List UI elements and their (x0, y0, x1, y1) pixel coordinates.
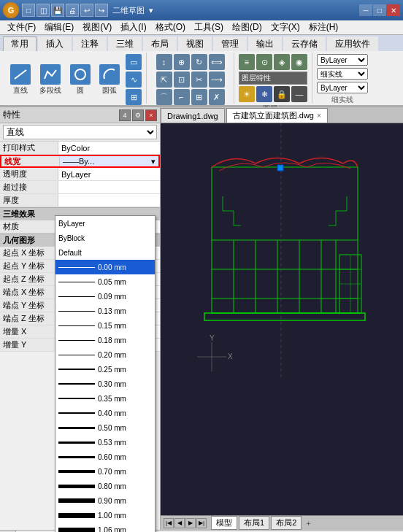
lw-018[interactable]: 0.18 mm (55, 333, 155, 347)
model-tab-model[interactable]: 模型 (211, 516, 237, 530)
lw-053[interactable]: 0.53 mm (55, 435, 155, 450)
new-icon[interactable]: □ (22, 4, 35, 17)
lw-025[interactable]: 0.25 mm (55, 362, 155, 377)
array-icon[interactable]: ⊞ (191, 89, 207, 105)
lw-090[interactable]: 0.90 mm (55, 493, 155, 508)
ribbon-poly-btn[interactable]: 多段线 (37, 63, 64, 97)
nav-prev[interactable]: ◀ (174, 518, 185, 528)
lw-030[interactable]: 0.30 mm (55, 377, 155, 391)
props-val-overlap[interactable] (58, 181, 160, 193)
props-val-thickness[interactable] (58, 194, 160, 207)
lw-106[interactable]: 1.06 mm (55, 523, 155, 532)
lw-035[interactable]: 0.35 mm (55, 391, 155, 406)
spline-icon[interactable]: ∿ (126, 72, 142, 88)
lw-050[interactable]: 0.50 mm (55, 420, 155, 435)
undo-icon[interactable]: ↩ (80, 4, 93, 17)
extend-icon[interactable]: ⟶ (209, 72, 225, 88)
menu-item-格式O[interactable]: 格式(O) (151, 20, 190, 35)
ribbon-tab-应用软件[interactable]: 应用软件 (327, 36, 378, 51)
copy-icon[interactable]: ⊕ (174, 54, 190, 70)
props-entity-select[interactable]: 直线 (3, 125, 157, 139)
nav-next[interactable]: ▶ (185, 518, 196, 528)
menu-item-绘图D[interactable]: 绘图(D) (228, 20, 266, 35)
lw-default[interactable]: Default (55, 245, 155, 260)
lw-020[interactable]: 0.20 mm (55, 347, 155, 362)
layer-select[interactable]: 图层特性 (239, 72, 307, 85)
scale-icon[interactable]: ⊡ (174, 72, 190, 88)
lw-005[interactable]: 0.05 mm (55, 274, 155, 289)
props-panel-close[interactable]: × (145, 109, 157, 121)
ribbon-line-btn[interactable]: 直线 (7, 63, 34, 97)
layer-iso-icon[interactable]: ◉ (291, 54, 307, 70)
stretch-icon[interactable]: ⇱ (156, 72, 172, 88)
lw-080[interactable]: 0.80 mm (55, 479, 155, 493)
ribbon-tab-输出[interactable]: 输出 (248, 36, 282, 51)
layer-sun-icon[interactable]: ☀ (239, 86, 255, 102)
ribbon-tab-视图[interactable]: 视图 (178, 36, 212, 51)
trim-icon[interactable]: ✂ (191, 72, 207, 88)
chamfer-icon[interactable]: ⌐ (174, 89, 190, 105)
model-tab-add[interactable]: + (303, 518, 313, 528)
print-icon[interactable]: 🖨 (66, 4, 79, 17)
menu-item-文字X[interactable]: 文字(X) (266, 20, 304, 35)
lw-060[interactable]: 0.60 mm (55, 450, 155, 464)
drawing-tab-2-close[interactable]: × (317, 112, 321, 120)
props-val-linewidth[interactable]: ——By... ▾ (60, 156, 158, 166)
maximize-btn[interactable]: □ (373, 4, 386, 16)
lineweight-select[interactable]: ByLayer (317, 82, 368, 93)
ribbon-circle-btn[interactable]: 圆 (67, 63, 93, 97)
canvas-area[interactable]: X Y (161, 123, 403, 515)
redo-icon[interactable]: ↪ (95, 4, 108, 17)
menu-item-标注H[interactable]: 标注(H) (304, 20, 343, 35)
lw-013[interactable]: 0.13 mm (55, 304, 155, 318)
open-icon[interactable]: ◫ (37, 4, 50, 17)
lw-bylayer[interactable]: ByLayer (55, 216, 155, 231)
ribbon-arc-btn[interactable]: 圆弧 (96, 63, 123, 97)
lw-100[interactable]: 1.00 mm (55, 508, 155, 523)
rotate-icon[interactable]: ↻ (191, 54, 207, 70)
ribbon-tab-插入[interactable]: 插入 (38, 36, 72, 51)
props-panel-settings[interactable]: ⚙ (132, 109, 144, 121)
save-icon[interactable]: 💾 (51, 4, 64, 17)
title-dropdown[interactable]: ▾ (149, 6, 153, 15)
minimize-btn[interactable]: ─ (359, 4, 372, 16)
drawing-tab-1[interactable]: Drawing1.dwg (161, 108, 225, 123)
props-panel-pin[interactable]: 4 (119, 109, 131, 121)
props-val-print[interactable]: ByColor (58, 142, 160, 154)
color-select[interactable]: ByLayer (317, 54, 368, 66)
lw-040[interactable]: 0.40 mm (55, 406, 155, 420)
lw-byblock[interactable]: ByBlock (55, 231, 155, 245)
lw-009[interactable]: 0.09 mm (55, 289, 155, 304)
rect-icon[interactable]: ▭ (126, 54, 142, 70)
layer-freeze-icon[interactable]: ❄ (256, 86, 272, 102)
lw-015[interactable]: 0.15 mm (55, 318, 155, 333)
ribbon-tab-布局[interactable]: 布局 (143, 36, 177, 51)
model-tab-layout1[interactable]: 布局1 (239, 516, 269, 530)
nav-last[interactable]: ▶| (196, 518, 207, 528)
mirror-icon[interactable]: ⟺ (209, 54, 225, 70)
layer-current-icon[interactable]: ◈ (274, 54, 290, 70)
menu-item-插入I[interactable]: 插入(I) (116, 20, 150, 35)
fillet-icon[interactable]: ⌒ (156, 89, 172, 105)
ribbon-tab-三维[interactable]: 三维 (108, 36, 142, 51)
lw-0mm[interactable]: 0.00 mm (55, 260, 155, 274)
menu-item-视图V[interactable]: 视图(V) (78, 20, 116, 35)
nav-first[interactable]: |◀ (164, 518, 174, 528)
props-val-transparency[interactable]: ByLayer (58, 168, 160, 180)
menu-item-编辑E[interactable]: 编辑(E) (40, 20, 78, 35)
layer-match-icon[interactable]: ⊙ (256, 54, 272, 70)
ribbon-tab-云存储[interactable]: 云存储 (283, 36, 326, 51)
close-btn[interactable]: ✕ (387, 4, 400, 16)
menu-item-工具S[interactable]: 工具(S) (190, 20, 228, 35)
linetype-select[interactable]: 细实线 (317, 68, 368, 80)
erase-icon[interactable]: ✗ (209, 89, 225, 105)
ribbon-tab-管理[interactable]: 管理 (213, 36, 247, 51)
linewidth-arrow[interactable]: ▾ (151, 157, 156, 166)
ribbon-tab-常用[interactable]: 常用 (3, 36, 37, 51)
ribbon-tab-注释[interactable]: 注释 (73, 36, 107, 51)
layer-props-icon[interactable]: ≡ (239, 54, 255, 70)
layer-lock-icon[interactable]: 🔒 (274, 86, 290, 102)
layer-line-icon[interactable]: — (291, 86, 307, 102)
model-tab-layout2[interactable]: 布局2 (271, 516, 302, 530)
move-icon[interactable]: ↕ (156, 54, 172, 70)
